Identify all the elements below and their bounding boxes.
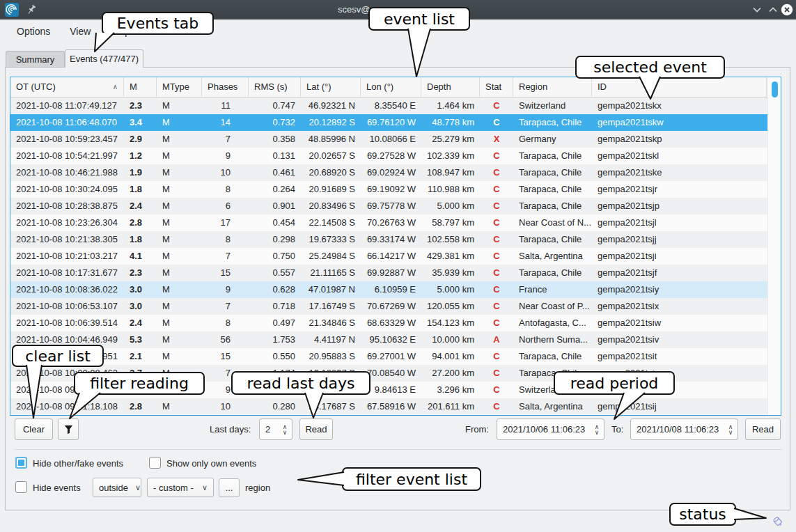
cell-depth: 27.200 km (421, 365, 480, 382)
cell-ot: 2021-10-08 09:41:18.108 (10, 398, 124, 415)
event-row[interactable]: 2021-10-08 10:21:03.2174.1M70.75025.2498… (10, 248, 781, 265)
cell-lon: 68.63329 W (361, 315, 421, 331)
event-row[interactable]: 2021-10-08 10:21:38.3051.8M80.29819.6733… (10, 231, 781, 248)
event-row[interactable]: 2021-10-08 10:28:38.8752.4M60.90120.8349… (10, 198, 781, 214)
last-days-label: Last days: (210, 424, 251, 435)
scrollbar-thumb[interactable] (772, 81, 778, 97)
event-row[interactable]: 2021-10-08 10:06:53.1073.0M70.71817.1674… (10, 298, 781, 315)
spinbox-arrows-icon[interactable]: ∧∨ (725, 424, 738, 435)
cell-region: Salta, Argentina (513, 248, 592, 265)
cell-id: gempa2021tskx (592, 97, 767, 114)
show-only-own-events-checkbox[interactable] (149, 457, 161, 469)
menu-view[interactable]: View (60, 26, 100, 37)
cell-lat: 47.01987 N (301, 281, 361, 298)
cell-stat: C (480, 315, 513, 331)
column-header-lat[interactable]: Lat (°) (301, 77, 361, 97)
cell-depth: 10.000 km (421, 331, 480, 348)
last-days-spinbox[interactable]: 2 ∧∨ (259, 418, 292, 440)
event-row[interactable]: 2021-10-08 09:41:18.1082.8M100.28024.176… (10, 398, 781, 415)
cell-rms: 0.901 (249, 198, 301, 214)
cell-depth: 25.279 km (421, 131, 480, 148)
hide-other-fake-events-checkbox[interactable] (15, 457, 27, 469)
close-button[interactable] (781, 3, 793, 16)
maximize-button[interactable] (767, 3, 779, 16)
tab-summary[interactable]: Summary (6, 51, 65, 68)
column-header-mtype[interactable]: MType (157, 77, 202, 97)
cell-phases: 56 (202, 331, 249, 348)
cell-region: Northern Suma... (513, 331, 592, 348)
menu-options[interactable]: Options (7, 26, 60, 37)
cell-rms: 1.753 (249, 331, 301, 348)
event-row[interactable]: 2021-10-08 10:04:43.9512.1M150.55020.958… (10, 348, 781, 365)
cell-lon: 69.27001 W (361, 348, 421, 365)
cell-region: Tarapaca, Chile (513, 231, 592, 248)
region-more-button[interactable]: ... (219, 478, 240, 497)
hide-events-checkbox[interactable] (15, 481, 27, 493)
event-row[interactable]: 2021-10-08 10:54:21.9971.2M90.13120.0265… (10, 148, 781, 164)
minimize-button[interactable] (751, 3, 763, 16)
column-header-rms[interactable]: RMS (s) (249, 77, 301, 97)
cell-stat: C (480, 214, 513, 231)
cell-stat: C (480, 148, 513, 164)
event-row[interactable]: 2021-10-08 10:46:21.9881.9M100.46120.689… (10, 164, 781, 181)
event-row[interactable]: 2021-10-08 10:17:31.6772.3M150.55721.111… (10, 265, 781, 281)
cell-ot: 2021-10-08 10:54:21.997 (10, 148, 124, 164)
pin-icon[interactable] (25, 3, 38, 16)
inside-outside-select[interactable]: outside ∨ (93, 478, 141, 497)
cell-mtype: M (157, 315, 202, 331)
chevron-down-icon: ∨ (195, 483, 208, 492)
cell-mtype: M (157, 231, 202, 248)
cell-ot: 2021-10-08 10:17:31.677 (10, 265, 124, 281)
cell-rms: 0.747 (249, 97, 301, 114)
cell-stat: C (480, 398, 513, 415)
column-header-id[interactable]: ID (592, 77, 767, 97)
read-last-days-button[interactable]: Read (299, 418, 333, 440)
cell-depth: 35.939 km (421, 265, 480, 281)
column-header-lon[interactable]: Lon (°) (361, 77, 421, 97)
cell-rms: 0.280 (249, 398, 301, 415)
event-row[interactable]: 2021-10-08 11:06:48.0703.4M140.73220.128… (10, 114, 781, 131)
cell-depth: 5.000 km (421, 281, 480, 298)
event-row[interactable]: 2021-10-08 10:59:23.4572.9M70.35848.8599… (10, 131, 781, 148)
cell-id: gempa2021tskp (592, 131, 767, 148)
cell-mtype: M (157, 265, 202, 281)
cell-id: gempa2021tsij (592, 398, 767, 415)
vertical-scrollbar[interactable] (767, 77, 781, 415)
event-row[interactable]: 2021-10-08 10:06:39.5142.4M80.49721.3484… (10, 315, 781, 331)
funnel-icon (63, 424, 74, 435)
column-header-stat[interactable]: Stat (480, 77, 513, 97)
clear-button[interactable]: Clear (15, 418, 53, 440)
column-header-region[interactable]: Region (513, 77, 592, 97)
callout-clear-list: clear list (12, 345, 104, 367)
event-row[interactable]: 2021-10-08 10:23:26.3042.8M170.45422.145… (10, 214, 781, 231)
cell-mtype: M (157, 298, 202, 315)
callout-filter-reading: filter reading (74, 372, 205, 395)
cell-ot: 2021-10-08 11:07:49.127 (10, 97, 124, 114)
callout-event-list: event list (368, 7, 470, 31)
read-period-button[interactable]: Read (745, 418, 781, 440)
column-header-ot[interactable]: OT (UTC)∧ (10, 77, 124, 97)
event-row[interactable]: 2021-10-08 10:08:36.0223.0M90.62847.0198… (10, 281, 781, 298)
cell-lat: 22.14508 S (301, 214, 361, 231)
spinbox-arrows-icon[interactable]: ∧∨ (591, 424, 604, 435)
event-row[interactable]: 2021-10-08 10:04:46.9495.3M561.7534.4119… (10, 331, 781, 348)
cell-mtype: M (157, 198, 202, 214)
column-header-depth[interactable]: Depth (421, 77, 480, 97)
column-header-m[interactable]: M (124, 77, 157, 97)
cell-lon: 69.33174 W (361, 231, 421, 248)
cell-rms: 0.131 (249, 148, 301, 164)
sort-ascending-icon: ∧ (113, 77, 118, 97)
spinbox-arrows-icon[interactable]: ∧∨ (279, 424, 292, 435)
cell-m: 1.9 (124, 164, 157, 181)
event-row[interactable]: 2021-10-08 10:30:24.0951.8M80.26420.9168… (10, 181, 781, 198)
filter-reading-button[interactable] (58, 418, 79, 440)
cell-stat: C (480, 114, 513, 131)
cell-m: 3.0 (124, 298, 157, 315)
from-datetime-input[interactable]: 2021/10/06 11:06:23 ∧∨ (497, 418, 604, 440)
cell-region: Salta, Argentina (513, 398, 592, 415)
region-preset-select[interactable]: - custom - ∨ (147, 478, 214, 497)
tab-events[interactable]: Events (477/477) (65, 49, 143, 68)
column-header-phases[interactable]: Phases (202, 77, 249, 97)
event-row[interactable]: 2021-10-08 11:07:49.1272.3M110.74746.923… (10, 97, 781, 114)
to-datetime-input[interactable]: 2021/10/08 11:06:23 ∧∨ (630, 418, 738, 440)
